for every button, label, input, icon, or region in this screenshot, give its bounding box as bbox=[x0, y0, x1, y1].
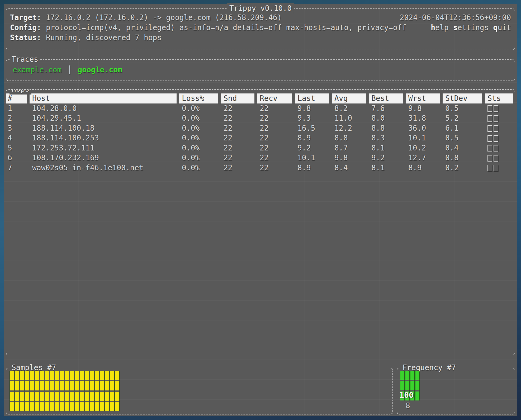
cell-last: 8.9 bbox=[295, 163, 332, 173]
cell-stdev: 6.1 bbox=[443, 123, 485, 133]
col-header-stdev: StDev bbox=[443, 93, 482, 103]
menu-item-quit[interactable]: quit bbox=[493, 23, 511, 33]
cell-num: 5 bbox=[6, 143, 30, 153]
unknown-glyph-box-icon bbox=[494, 115, 498, 122]
cell-recv: 22 bbox=[257, 133, 295, 143]
sample-bar bbox=[60, 371, 64, 411]
hops-table-header: # Host Loss% Snd Recv Last Avg Best Wrst… bbox=[6, 93, 515, 103]
col-header-wrst: Wrst bbox=[406, 93, 440, 103]
sample-bar bbox=[15, 371, 19, 411]
menu-hotkey: s bbox=[453, 23, 458, 32]
menu-hotkey: q bbox=[493, 23, 498, 32]
cell-loss: 0.0% bbox=[179, 123, 221, 133]
cell-num: 6 bbox=[6, 153, 30, 163]
status-value: Running, discovered 7 hops bbox=[46, 33, 162, 42]
cell-avg: 8.8 bbox=[332, 133, 369, 143]
unknown-glyph-box-icon bbox=[487, 125, 492, 132]
hop-row[interactable]: 6108.170.232.1690.0%222210.19.89.212.70.… bbox=[6, 153, 515, 163]
cell-avg: 11.0 bbox=[332, 113, 369, 123]
cell-best: 8.1 bbox=[369, 163, 406, 173]
col-header-last: Last bbox=[295, 93, 329, 103]
sample-bar bbox=[30, 371, 34, 411]
col-header-sts: Sts bbox=[485, 93, 513, 103]
trippy-terminal: Trippy v0.10.0 Target:172.16.0.2 (172.16… bbox=[4, 4, 517, 416]
samples-panel: Samples #7 bbox=[6, 368, 393, 414]
app-title: Trippy v0.10.0 bbox=[227, 3, 294, 14]
menu-item-settings[interactable]: settings bbox=[453, 23, 489, 33]
unknown-glyph-box-icon bbox=[494, 155, 498, 162]
sample-bar bbox=[40, 371, 44, 411]
cell-recv: 22 bbox=[257, 153, 295, 163]
sample-bar bbox=[115, 371, 120, 411]
cell-recv: 22 bbox=[257, 123, 295, 133]
cell-snd: 22 bbox=[221, 143, 257, 153]
status-label: Status: bbox=[10, 33, 41, 42]
cell-last: 9.8 bbox=[295, 103, 332, 114]
unknown-glyph-box-icon bbox=[487, 115, 492, 122]
sample-bar bbox=[65, 371, 69, 411]
hop-row[interactable]: 7waw02s05-in-f46.1e100.net0.0%22228.98.4… bbox=[6, 163, 515, 173]
cell-host: 188.114.100.18 bbox=[30, 123, 179, 133]
cell-last: 8.9 bbox=[295, 133, 332, 143]
cell-recv: 22 bbox=[257, 113, 295, 123]
col-header-snd: Snd bbox=[221, 93, 254, 103]
hop-row[interactable]: 2104.29.45.10.0%22229.311.08.031.85.2 bbox=[6, 113, 515, 123]
col-header-best: Best bbox=[369, 93, 403, 103]
menu-item-label: ettings bbox=[458, 23, 489, 32]
cell-wrst: 10.1 bbox=[406, 133, 443, 143]
target-info: Target:172.16.0.2 (172.16.0.2) -> google… bbox=[10, 13, 282, 23]
sample-bar bbox=[110, 371, 115, 411]
cell-last: 9.2 bbox=[295, 143, 332, 153]
config-label: Config: bbox=[10, 23, 41, 32]
hops-panel: Hops # Host Loss% Snd Recv Last Avg Best… bbox=[6, 89, 515, 355]
config-value: protocol=icmp(v4, privileged) as-info=n/… bbox=[46, 23, 406, 32]
cell-loss: 0.0% bbox=[179, 153, 221, 163]
sample-bar bbox=[80, 371, 84, 411]
cell-snd: 22 bbox=[221, 163, 257, 173]
cell-best: 9.2 bbox=[369, 153, 406, 163]
trace-tabs: example.com │ google.com bbox=[13, 65, 511, 75]
cell-stdev: 0.4 bbox=[443, 143, 485, 153]
frequency-bar-strip bbox=[415, 371, 420, 400]
frequency-value-label: 100 bbox=[399, 390, 414, 400]
menu-hotkey: h bbox=[431, 23, 435, 32]
menu-item-label: elp bbox=[435, 23, 449, 32]
cell-snd: 22 bbox=[221, 123, 257, 133]
cell-loss: 0.0% bbox=[179, 163, 221, 173]
trace-tab-example[interactable]: example.com bbox=[13, 65, 61, 75]
traces-panel: Traces example.com │ google.com bbox=[6, 59, 515, 81]
cell-best: 8.8 bbox=[369, 123, 406, 133]
samples-chart bbox=[10, 371, 120, 411]
cell-wrst: 12.7 bbox=[406, 153, 443, 163]
cell-sts bbox=[485, 113, 515, 123]
cell-last: 16.5 bbox=[295, 123, 332, 133]
cell-stdev: 0.8 bbox=[443, 153, 485, 163]
unknown-glyph-box-icon bbox=[494, 105, 498, 112]
clock: 2024-06-04T12:36:56+09:00 bbox=[400, 13, 511, 23]
hop-row[interactable]: 1104.28.0.00.0%22229.88.27.69.80.5 bbox=[6, 103, 515, 114]
trace-tab-google-selected[interactable]: google.com bbox=[78, 65, 122, 75]
cell-sts bbox=[485, 143, 515, 153]
sample-bar bbox=[50, 371, 54, 411]
sample-bar bbox=[25, 371, 29, 411]
sample-bar bbox=[90, 371, 94, 411]
cell-num: 3 bbox=[6, 123, 30, 133]
menu-item-help[interactable]: help bbox=[431, 23, 448, 33]
cell-wrst: 36.0 bbox=[406, 123, 443, 133]
hop-row[interactable]: 5172.253.72.1110.0%22229.28.78.110.20.4 bbox=[6, 143, 515, 153]
cell-avg: 8.4 bbox=[332, 163, 369, 173]
cell-snd: 22 bbox=[221, 103, 257, 114]
trace-separator: │ bbox=[67, 65, 72, 75]
cell-avg: 8.7 bbox=[332, 143, 369, 153]
status-line: Status:Running, discovered 7 hops bbox=[10, 33, 511, 43]
cell-num: 2 bbox=[6, 113, 30, 123]
cell-sts bbox=[485, 123, 515, 133]
cell-loss: 0.0% bbox=[179, 103, 221, 114]
cell-recv: 22 bbox=[257, 163, 295, 173]
cell-loss: 0.0% bbox=[179, 143, 221, 153]
hop-row[interactable]: 3188.114.100.180.0%222216.512.28.836.06.… bbox=[6, 123, 515, 133]
hop-row[interactable]: 4188.114.100.2530.0%22228.98.88.310.10.5 bbox=[6, 133, 515, 143]
config-info: Config:protocol=icmp(v4, privileged) as-… bbox=[10, 23, 406, 33]
col-header-recv: Recv bbox=[257, 93, 292, 103]
target-line: Target:172.16.0.2 (172.16.0.2) -> google… bbox=[10, 13, 511, 23]
